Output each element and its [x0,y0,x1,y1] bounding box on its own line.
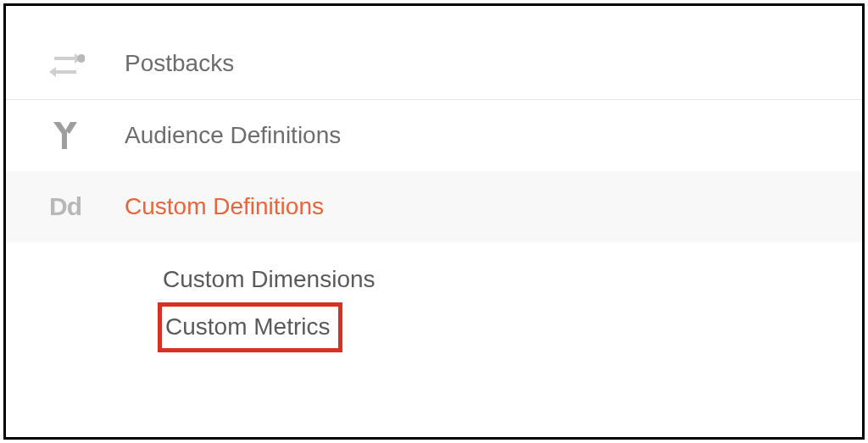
subnav: Custom Dimensions Custom Metrics [6,242,862,352]
nav-item-audience-definitions[interactable]: Audience Definitions [6,100,862,171]
swap-icon [6,44,125,83]
nav-label: Audience Definitions [125,122,341,149]
subnav-item-custom-dimensions[interactable]: Custom Dimensions [163,261,376,299]
nav-label: Postbacks [125,50,234,77]
nav-label: Custom Definitions [125,193,324,220]
screenshot-frame: Postbacks Audience Definitions Dd Custom… [3,3,865,440]
svg-point-0 [77,54,85,63]
highlight-box: Custom Metrics [158,302,342,352]
nav-item-custom-definitions[interactable]: Dd Custom Definitions [6,171,862,242]
dd-icon: Dd [6,192,125,221]
nav-panel: Postbacks Audience Definitions Dd Custom… [6,6,862,352]
subnav-item-custom-metrics[interactable]: Custom Metrics [165,308,330,346]
nav-item-postbacks[interactable]: Postbacks [6,28,862,99]
fork-icon [6,119,125,152]
